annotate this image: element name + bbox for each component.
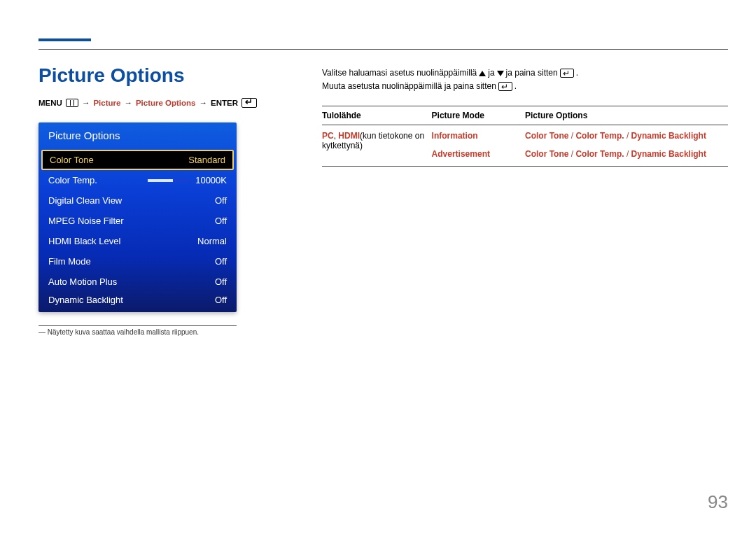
opt-sep: / [568, 149, 575, 159]
instruction-line-2: Muuta asetusta nuolinäppäimillä ja paina… [322, 80, 728, 93]
enter-icon [241, 98, 257, 108]
accent-bar [38, 38, 91, 41]
osd-row-color-temp[interactable]: Color Temp. 10000K [38, 170, 237, 190]
osd-value: Off [215, 216, 227, 226]
osd-value: Off [215, 276, 227, 287]
th-source: Tulolähde [322, 106, 432, 125]
osd-value: Normal [197, 236, 227, 246]
page-number: 93 [708, 491, 728, 513]
td-options: Color Tone / Color Temp. / Dynamic Backl… [525, 125, 728, 146]
mode-information: Information [432, 131, 478, 141]
osd-label: Dynamic Backlight [48, 295, 123, 305]
osd-title: Picture Options [38, 122, 237, 150]
osd-label: MPEG Noise Filter [48, 216, 124, 226]
osd-label: Color Temp. [48, 175, 97, 185]
osd-value: Off [215, 195, 227, 206]
opt-b: Color Temp. [575, 131, 624, 141]
opt-sep: / [568, 131, 575, 141]
breadcrumb-arrow: → [82, 99, 90, 107]
arrow-up-icon [479, 71, 486, 76]
osd-row-auto-motion-plus[interactable]: Auto Motion Plus Off [38, 272, 237, 292]
td-mode: Information [432, 125, 525, 146]
osd-label: Digital Clean View [48, 195, 122, 206]
osd-row-dynamic-backlight[interactable]: Dynamic Backlight Off [38, 292, 237, 312]
arrow-down-icon [497, 71, 504, 76]
top-rule [38, 49, 728, 50]
instr-text: ja [488, 66, 494, 80]
opt-c: Dynamic Backlight [631, 131, 706, 141]
osd-label: Auto Motion Plus [48, 276, 117, 287]
source-hdmi: HDMI [338, 131, 360, 141]
breadcrumb-arrow: → [200, 99, 208, 107]
opt-sep: / [624, 149, 631, 159]
osd-row-mpeg-noise-filter[interactable]: MPEG Noise Filter Off [38, 211, 237, 231]
menu-icon [66, 99, 78, 107]
opt-c: Dynamic Backlight [631, 149, 706, 159]
osd-row-hdmi-black-level[interactable]: HDMI Black Level Normal [38, 231, 237, 251]
osd-row-digital-clean-view[interactable]: Digital Clean View Off [38, 190, 237, 211]
instruction-line-1: Valitse haluamasi asetus nuolinäppäimill… [322, 66, 728, 80]
enter-icon [498, 82, 512, 91]
instr-text: ja paina sitten [506, 66, 558, 80]
right-column: Valitse haluamasi asetus nuolinäppäimill… [322, 66, 728, 167]
breadcrumb-arrow: → [124, 99, 132, 107]
opt-sep: / [624, 131, 631, 141]
opt-b: Color Temp. [575, 149, 624, 159]
td-source: PC, HDMI(kun tietokone on kytkettynä) [322, 125, 432, 167]
breadcrumb-menu: MENU [38, 99, 62, 107]
instr-text: Valitse haluamasi asetus nuolinäppäimill… [322, 66, 477, 80]
opt-a: Color Tone [525, 149, 568, 159]
osd-value: Standard [188, 155, 225, 165]
osd-value: Off [215, 295, 227, 305]
osd-row-film-mode[interactable]: Film Mode Off [38, 251, 237, 272]
osd-label: Film Mode [48, 256, 91, 267]
osd-menu: Picture Options Color Tone Standard Colo… [38, 122, 237, 312]
mode-advertisement: Advertisement [432, 149, 490, 159]
td-options: Color Tone / Color Temp. / Dynamic Backl… [525, 145, 728, 167]
footnote: ― Näytetty kuva saattaa vaihdella mallis… [38, 325, 237, 336]
instr-text: . [514, 80, 517, 93]
th-options: Picture Options [525, 106, 728, 125]
slider-track[interactable] [148, 179, 190, 182]
instr-text: . [576, 66, 578, 80]
options-table: Tulolähde Picture Mode Picture Options P… [322, 106, 728, 167]
osd-row-color-tone[interactable]: Color Tone Standard [41, 150, 234, 170]
breadcrumb-enter: ENTER [211, 99, 238, 107]
osd-value: 10000K [195, 175, 227, 185]
th-mode: Picture Mode [432, 106, 525, 125]
slider-fill [148, 179, 173, 182]
opt-a: Color Tone [525, 131, 568, 141]
osd-label: HDMI Black Level [48, 236, 120, 246]
breadcrumb-picture-options: Picture Options [136, 99, 196, 107]
breadcrumb: MENU → Picture → Picture Options → ENTER [38, 98, 257, 108]
source-pc: PC [322, 131, 334, 141]
td-mode: Advertisement [432, 145, 525, 167]
osd-label: Color Tone [50, 155, 94, 165]
instr-text: Muuta asetusta nuolinäppäimillä ja paina… [322, 80, 496, 93]
osd-value: Off [215, 256, 227, 267]
page-title: Picture Options [38, 64, 184, 87]
enter-icon [560, 69, 574, 78]
breadcrumb-picture: Picture [93, 99, 120, 107]
